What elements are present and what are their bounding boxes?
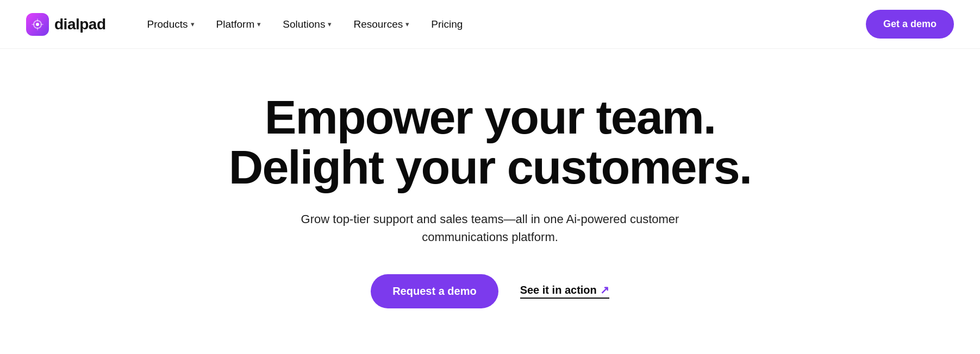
nav-products-chevron-icon: ▾ — [191, 20, 195, 28]
see-in-action-label: See it in action — [520, 284, 597, 296]
nav-solutions-chevron-icon: ▾ — [328, 20, 332, 28]
nav-platform-chevron-icon: ▾ — [257, 20, 261, 28]
nav-item-products[interactable]: Products ▾ — [139, 14, 203, 35]
nav-platform-label: Platform — [216, 18, 255, 30]
logo-link[interactable]: dialpad — [26, 13, 106, 36]
nav-links: Products ▾ Platform ▾ Solutions ▾ Resour… — [139, 14, 866, 35]
hero-section: Empower your team. Delight your customer… — [0, 49, 980, 341]
logo-wordmark: dialpad — [54, 16, 106, 33]
nav-item-platform[interactable]: Platform ▾ — [208, 14, 270, 35]
nav-item-resources[interactable]: Resources ▾ — [345, 14, 418, 35]
navbar: dialpad Products ▾ Platform ▾ Solutions … — [0, 0, 980, 49]
hero-cta-group: Request a demo See it in action ↗ — [371, 274, 609, 308]
logo-icon — [26, 13, 49, 36]
nav-item-pricing[interactable]: Pricing — [422, 14, 471, 35]
nav-item-solutions[interactable]: Solutions ▾ — [274, 14, 340, 35]
hero-headline: Empower your team. Delight your customer… — [229, 92, 751, 193]
hero-subheadline: Grow top-tier support and sales teams—al… — [273, 210, 708, 246]
nav-products-label: Products — [147, 18, 188, 30]
nav-solutions-label: Solutions — [283, 18, 325, 30]
hero-headline-line1: Empower your team. — [265, 90, 716, 144]
nav-resources-chevron-icon: ▾ — [405, 20, 409, 28]
get-demo-button[interactable]: Get a demo — [866, 10, 954, 39]
request-demo-button[interactable]: Request a demo — [371, 274, 498, 308]
nav-resources-label: Resources — [353, 18, 403, 30]
see-in-action-link[interactable]: See it in action ↗ — [520, 283, 609, 299]
external-link-icon: ↗ — [600, 283, 609, 296]
hero-headline-line2: Delight your customers. — [229, 140, 751, 194]
svg-point-0 — [36, 23, 39, 26]
